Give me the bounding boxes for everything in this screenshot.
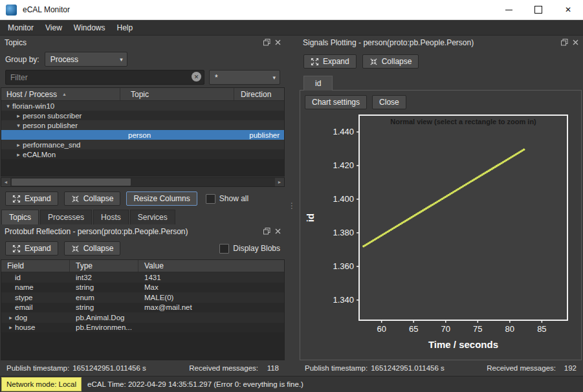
scroll-right-icon[interactable]: ► [275, 178, 284, 186]
clear-filter-icon[interactable]: ✕ [192, 72, 201, 82]
resize-columns-button-label: Resize Columns [133, 194, 190, 203]
horizontal-scrollbar[interactable]: ◄ ► [1, 177, 285, 187]
collapse-button[interactable]: Collapse [362, 54, 419, 69]
sort-indicator-icon: ▲ [62, 92, 67, 96]
show-all-label: Show all [219, 194, 248, 203]
chart-close-button[interactable]: Close [372, 95, 406, 109]
display-blobs-checkbox[interactable]: Display Blobs [219, 244, 280, 254]
host-process-label: eCALMon [23, 151, 56, 158]
field-value: 1431 [138, 272, 284, 283]
column-header-label: Value [144, 261, 164, 270]
topic-tree-row[interactable]: personpublisher [1, 130, 284, 140]
menu-item-windows[interactable]: Windows [68, 20, 111, 35]
topic-tree-row[interactable]: ▾person publisher [1, 120, 284, 130]
tab-processes[interactable]: Processes [40, 210, 92, 224]
collapse-button-label: Collapse [83, 194, 114, 203]
minimize-button[interactable] [494, 0, 523, 19]
direction-label: publisher [234, 130, 284, 140]
chart-area: 6065707580851.3401.3601.3801.4001.4201.4… [303, 112, 578, 356]
chart-settings-button[interactable]: Chart settings [305, 95, 367, 109]
y-tick-label: 1.440 [333, 127, 354, 136]
tab-hosts[interactable]: Hosts [93, 210, 129, 224]
protobuf-field-row[interactable]: emailstringmax@mail.net [1, 303, 284, 313]
expand-button[interactable]: Expand [303, 54, 357, 69]
column-header-host-process[interactable]: Host / Process ▲ [1, 88, 120, 100]
tree-expander-icon[interactable]: ▾ [4, 103, 12, 109]
close-dock-icon[interactable] [275, 39, 281, 45]
tree-expander-icon[interactable]: ▸ [14, 142, 23, 148]
column-header-value[interactable]: Value [138, 260, 284, 272]
column-header-direction[interactable]: Direction [234, 88, 284, 100]
protobuf-field-row[interactable]: ▸dogpb.Animal.Dog [1, 312, 284, 323]
topic-tree-row[interactable]: ▸performance_snd [1, 140, 284, 149]
menu-item-monitor[interactable]: Monitor [2, 20, 39, 35]
network-mode-badge[interactable]: Network mode: Local [1, 377, 82, 391]
float-dock-icon[interactable] [263, 228, 270, 235]
tree-expander-icon[interactable]: ▸ [14, 151, 23, 158]
protobuf-field-row[interactable]: ▸housepb.Environmen... [1, 323, 284, 333]
column-header-topic[interactable]: Topic [120, 88, 234, 100]
ecal-time-text: eCAL Time: 2022-04-29 14:35:51.297 (Erro… [87, 380, 303, 388]
tree-expander-icon[interactable]: ▸ [6, 324, 15, 331]
close-icon: ✕ [565, 5, 571, 14]
protobuf-field-row[interactable]: namestringMax [1, 283, 284, 293]
field-type: int32 [70, 272, 138, 283]
float-dock-icon[interactable] [561, 39, 568, 46]
y-tick-label: 1.380 [333, 228, 354, 237]
collapse-button[interactable]: Collapse [64, 191, 121, 206]
topic-tree-row[interactable]: ▾florian-win10 [1, 101, 284, 111]
expand-button[interactable]: Expand [5, 241, 58, 256]
maximize-button[interactable] [523, 0, 553, 19]
tab-services[interactable]: Services [130, 210, 175, 224]
close-dock-icon[interactable] [573, 39, 578, 45]
tab-topics[interactable]: Topics [1, 210, 39, 224]
scroll-left-icon[interactable]: ◄ [1, 178, 10, 186]
group-by-combo[interactable]: Process ▾ [45, 52, 127, 67]
expand-arrows-icon [311, 58, 319, 66]
direction-label [234, 120, 284, 130]
y-tick-label: 1.400 [333, 194, 354, 204]
resize-columns-button[interactable]: Resize Columns [126, 191, 197, 206]
topic-tree-row[interactable]: ▸person subscriber [1, 111, 284, 120]
panel-splitter[interactable]: ⋮ [285, 36, 298, 376]
tree-expander-icon[interactable]: ▸ [14, 113, 23, 119]
field-type: pb.Environmen... [70, 323, 138, 333]
protobuf-field-row[interactable]: idint321431 [1, 272, 284, 283]
tab-id[interactable]: id [303, 76, 333, 91]
show-all-checkbox[interactable]: Show all [206, 194, 248, 204]
menu-item-view[interactable]: View [39, 20, 68, 35]
protobuf-dock-titlebar: Protobuf Reflection - person(proto:pb.Pe… [0, 224, 285, 238]
column-header-field[interactable]: Field [1, 260, 70, 272]
topics-buttons-row: Expand Collapse Resize Columns Show all [0, 188, 285, 210]
field-name: name [15, 283, 34, 291]
signals-status-row: Publish timestamp: 1651242951.011456 s R… [298, 360, 583, 376]
x-tick-label: 65 [409, 324, 418, 334]
scrollbar-handle[interactable] [12, 179, 131, 186]
field-value [138, 323, 284, 333]
filter-input[interactable] [5, 70, 204, 85]
column-header-type[interactable]: Type [70, 260, 138, 272]
received-messages-value: 192 [561, 364, 577, 372]
expand-button[interactable]: Expand [5, 191, 58, 206]
collapse-button[interactable]: Collapse [64, 241, 121, 256]
float-dock-icon[interactable] [263, 39, 270, 46]
scrollbar-track[interactable] [10, 178, 275, 186]
filter-scope-combo[interactable]: * ▾ [209, 70, 280, 85]
direction-label [234, 149, 284, 159]
close-button[interactable]: ✕ [553, 0, 583, 19]
tree-expander-icon[interactable]: ▸ [6, 314, 15, 321]
main-area: Topics Group by: Process ▾ [0, 36, 583, 376]
collapse-button-label: Collapse [382, 57, 412, 66]
protobuf-field-row[interactable]: stypeenumMALE(0) [1, 292, 284, 303]
menubar: MonitorViewWindowsHelp [0, 20, 583, 36]
plot-area[interactable] [359, 115, 567, 320]
topic-tree-row[interactable]: ▸eCALMon [1, 149, 284, 159]
filter-row: ✕ * ▾ [0, 69, 285, 87]
field-value [138, 312, 284, 323]
collapse-arrows-icon [71, 245, 80, 253]
expand-arrows-icon [12, 245, 21, 253]
close-dock-icon[interactable] [275, 228, 281, 234]
signal-chart-svg[interactable]: 6065707580851.3401.3601.3801.4001.4201.4… [305, 112, 577, 353]
menu-item-help[interactable]: Help [111, 20, 139, 35]
tree-expander-icon[interactable]: ▾ [14, 122, 23, 129]
